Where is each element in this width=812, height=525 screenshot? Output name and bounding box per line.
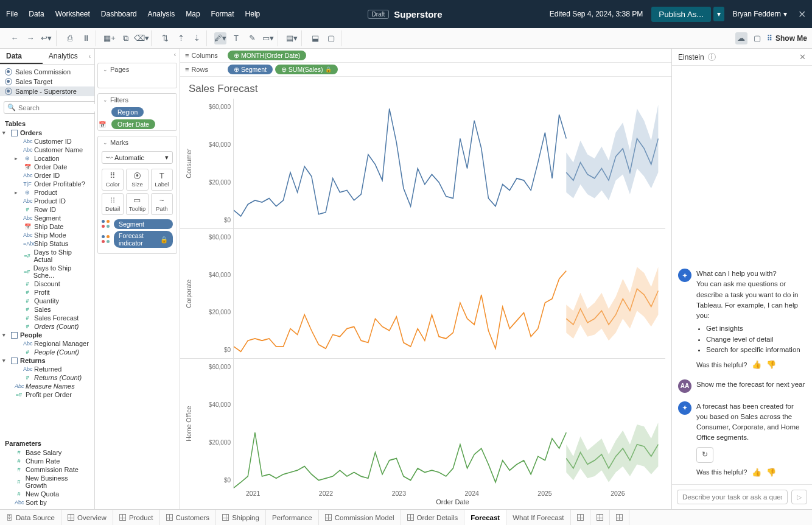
search-input[interactable]: 🔍: [4, 101, 106, 114]
menu-data[interactable]: Data: [29, 10, 44, 18]
pages-shelf[interactable]: ⌄Pages: [97, 63, 177, 88]
field-item[interactable]: #Sales Forecast: [0, 314, 94, 322]
sheet-tab-forecast[interactable]: Forecast: [464, 510, 506, 525]
thumbs-up-icon[interactable]: 👍: [752, 359, 761, 371]
datasource-item[interactable]: Sales Target: [0, 77, 94, 86]
data-guide-icon[interactable]: ▢: [751, 32, 763, 44]
field-item[interactable]: =#Profit per Order: [0, 390, 94, 399]
mark-path-button[interactable]: ~Path: [151, 193, 173, 215]
publish-button[interactable]: Publish As...: [651, 7, 710, 22]
field-item[interactable]: AbcOrder ID: [0, 171, 94, 180]
filters-shelf[interactable]: ⌄Filters Region📅Order Date: [97, 93, 177, 131]
duplicate-icon[interactable]: ⧉: [119, 32, 131, 44]
menu-map[interactable]: Map: [186, 10, 200, 18]
mark-pill[interactable]: Forecast indicator🔒: [114, 231, 173, 248]
field-item[interactable]: ▸⊕Location: [0, 154, 94, 163]
mark-color-button[interactable]: ⠿Color: [102, 169, 124, 191]
field-item[interactable]: AbcProduct ID: [0, 197, 94, 205]
shelf-pill[interactable]: ⊕ SUM(Sales) 🔒: [275, 65, 338, 74]
send-icon[interactable]: ▷: [791, 490, 807, 504]
mark-tooltip-button[interactable]: ▭Tooltip: [126, 193, 148, 215]
new-story-tab-icon[interactable]: [610, 510, 629, 525]
field-item[interactable]: #Discount: [0, 280, 94, 288]
new-worksheet-icon[interactable]: ▦+: [103, 32, 116, 44]
revert-icon[interactable]: ↩︎▾: [40, 32, 52, 44]
new-dashboard-tab-icon[interactable]: [590, 510, 610, 525]
filter-pill[interactable]: Region: [111, 107, 144, 117]
menu-help[interactable]: Help: [245, 10, 261, 18]
redo-icon[interactable]: →: [24, 32, 37, 44]
sort-asc-icon[interactable]: ⇡: [175, 32, 187, 44]
parameter-item[interactable]: #Churn Rate: [0, 457, 94, 465]
field-item[interactable]: =#Days to Ship Actual: [0, 248, 94, 264]
thumbs-up-icon[interactable]: 👍: [752, 467, 761, 479]
columns-shelf[interactable]: ≡Columns ⊕ MONTH(Order Date): [180, 49, 671, 63]
field-item[interactable]: =#Days to Ship Sche...: [0, 264, 94, 280]
refresh-icon[interactable]: ↻: [696, 447, 713, 463]
show-me-button[interactable]: ⠿Show Me: [767, 34, 807, 43]
datasource-item[interactable]: Sales Commission: [0, 67, 94, 77]
mark-pill[interactable]: Segment: [114, 219, 173, 229]
menu-analysis[interactable]: Analysis: [148, 10, 175, 18]
thumbs-down-icon[interactable]: 👎: [766, 467, 776, 479]
collapse-panel-icon[interactable]: ‹: [85, 49, 94, 64]
fit-icon[interactable]: ▭▾: [262, 32, 274, 44]
field-item[interactable]: AbcCustomer ID: [0, 137, 94, 146]
parameter-item[interactable]: #New Business Growth: [0, 474, 94, 490]
field-item[interactable]: 📅Ship Date: [0, 222, 94, 231]
highlight-icon[interactable]: 🖉▾: [214, 32, 226, 44]
menu-format[interactable]: Format: [211, 10, 234, 18]
new-worksheet-tab-icon[interactable]: [571, 510, 590, 525]
parameter-item[interactable]: #Commission Rate: [0, 465, 94, 474]
annotate-icon[interactable]: ✎: [246, 32, 258, 44]
pause-updates-icon[interactable]: ⏸: [80, 32, 92, 44]
table-group[interactable]: ▾Returns: [0, 356, 94, 365]
clear-icon[interactable]: ⌫▾: [135, 32, 147, 44]
field-item[interactable]: #Profit: [0, 288, 94, 297]
shelf-pill[interactable]: ⊕ MONTH(Order Date): [228, 51, 306, 60]
marks-type-dropdown[interactable]: 〰 Automatic▾: [102, 151, 173, 164]
field-item[interactable]: AbcSegment: [0, 214, 94, 222]
menu-file[interactable]: File: [6, 10, 18, 18]
sheet-tab-data-source[interactable]: 🗄Data Source: [0, 510, 61, 525]
parameter-item[interactable]: #New Quota: [0, 490, 94, 498]
sort-desc-icon[interactable]: ⇣: [191, 32, 203, 44]
field-item[interactable]: =AbcShip Status: [0, 239, 94, 248]
field-item[interactable]: #People (Count): [0, 348, 94, 356]
sheet-tab-overview[interactable]: Overview: [61, 510, 113, 525]
field-item[interactable]: AbcReturned: [0, 365, 94, 373]
mark-label-button[interactable]: TLabel: [151, 169, 173, 191]
field-item[interactable]: #Orders (Count): [0, 322, 94, 331]
einstein-input[interactable]: [677, 490, 788, 504]
tab-analytics[interactable]: Analytics: [43, 49, 85, 64]
parameter-item[interactable]: #Base Salary: [0, 448, 94, 457]
viz-title[interactable]: Sales Forecast: [180, 77, 671, 99]
sheet-tab-performance[interactable]: Performance: [266, 510, 319, 525]
info-icon[interactable]: i: [708, 53, 716, 61]
menu-dashboard[interactable]: Dashboard: [101, 10, 137, 18]
menu-worksheet[interactable]: Worksheet: [55, 10, 90, 18]
sheet-tab-product[interactable]: Product: [113, 510, 160, 525]
filter-pill[interactable]: Order Date: [111, 119, 155, 129]
table-group[interactable]: ▾People: [0, 331, 94, 339]
field-item[interactable]: #Returns (Count): [0, 373, 94, 382]
field-item[interactable]: #Row ID: [0, 205, 94, 214]
thumbs-down-icon[interactable]: 👎: [766, 359, 776, 371]
totals-icon[interactable]: T: [230, 32, 242, 44]
publish-dropdown[interactable]: ▾: [713, 7, 724, 21]
user-menu[interactable]: Bryan Feddern ▾: [733, 10, 787, 18]
present-icon[interactable]: ▢: [325, 32, 337, 44]
close-icon[interactable]: ✕: [798, 9, 806, 20]
close-panel-icon[interactable]: ✕: [799, 52, 806, 62]
collapse-cards-icon[interactable]: ‹: [170, 49, 180, 60]
einstein-toggle-icon[interactable]: ☁: [735, 32, 747, 44]
sheet-tab-order-details[interactable]: Order Details: [401, 510, 465, 525]
field-item[interactable]: AbcRegional Manager: [0, 339, 94, 348]
mark-detail-button[interactable]: ⁝⁝Detail: [102, 193, 124, 215]
field-item[interactable]: AbcCustomer Name: [0, 146, 94, 154]
show-cards-icon[interactable]: ▤▾: [285, 32, 298, 44]
field-item[interactable]: ▸⊕Product: [0, 188, 94, 197]
field-item[interactable]: 📅Order Date: [0, 163, 94, 171]
field-item[interactable]: AbcShip Mode: [0, 231, 94, 239]
field-item[interactable]: #Sales: [0, 305, 94, 314]
